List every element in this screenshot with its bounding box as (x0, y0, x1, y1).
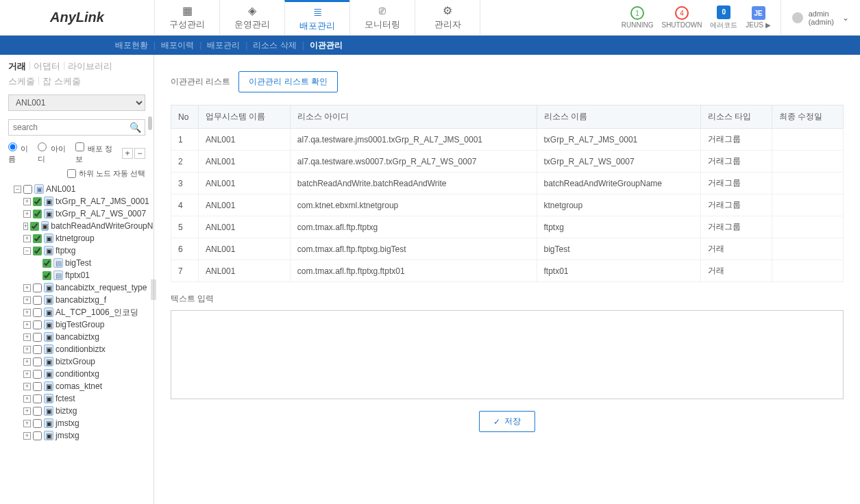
tree-checkbox[interactable] (30, 222, 39, 231)
tree-item[interactable]: txGrp_R_AL7_JMS_0001 (56, 197, 149, 206)
scrollbar[interactable] (148, 116, 152, 130)
status-shutdown[interactable]: 4SHUTDOWN (661, 6, 702, 29)
tree-toggle[interactable]: − (14, 186, 21, 193)
tree-toggle[interactable]: + (23, 395, 31, 403)
tab-monitoring[interactable]: ⎚모니터링 (349, 0, 415, 35)
tree-checkbox[interactable] (33, 333, 42, 342)
filter-id-radio[interactable]: 아이디 (38, 142, 72, 164)
table-row[interactable]: 5ANL001com.tmax.afl.ftp.ftptxgftptxg거래그룹 (171, 216, 844, 238)
tab-operation[interactable]: ◈운영관리 (219, 0, 284, 35)
tree-toggle[interactable]: + (23, 358, 31, 366)
tree-item[interactable]: fctest (56, 394, 75, 403)
tree-checkbox[interactable] (33, 370, 42, 379)
tree-checkbox[interactable] (33, 382, 42, 391)
tree-item[interactable]: bancabiztxg_f (56, 295, 106, 305)
tree-checkbox[interactable] (33, 431, 42, 440)
resize-handle[interactable] (151, 279, 156, 300)
table-row[interactable]: 1ANL001al7.qa.testware.jms0001.txGrp_R_A… (171, 129, 844, 151)
tree-item[interactable]: batchReadAndWriteGroupNa (51, 221, 153, 231)
subnav-deploy-history[interactable]: 배포이력 (161, 40, 194, 51)
tree-item[interactable]: biztxGroup (56, 357, 95, 366)
tree-checkbox[interactable] (33, 197, 42, 206)
tree-toggle[interactable]: + (23, 198, 31, 205)
tree-item[interactable]: ftptxg (56, 246, 75, 255)
tree-item[interactable]: comas_ktnet (56, 381, 102, 391)
save-button[interactable]: ✓저장 (479, 411, 535, 432)
tree-checkbox[interactable] (33, 296, 42, 305)
search-icon[interactable]: 🔍 (130, 122, 141, 133)
tree-toggle[interactable]: + (23, 297, 31, 304)
side-tab-schedule[interactable]: 스케줄 (8, 75, 35, 88)
tree-toggle[interactable]: + (23, 223, 28, 230)
tree-checkbox[interactable] (23, 185, 32, 194)
tree-toggle[interactable]: + (23, 284, 31, 292)
tree-checkbox[interactable] (42, 271, 51, 280)
tree-toggle[interactable]: + (23, 210, 31, 218)
tree-item[interactable]: bancabiztx_request_type (56, 283, 147, 292)
tree-checkbox[interactable] (33, 210, 42, 218)
subnav-deploy-manage[interactable]: 배포관리 (207, 40, 240, 51)
status-running[interactable]: 1RUNNING (622, 6, 654, 29)
tree-checkbox[interactable] (33, 407, 42, 416)
tree-toggle[interactable]: + (23, 420, 31, 427)
tree-item[interactable]: ktnetgroup (56, 234, 95, 243)
status-jeus[interactable]: JEJEUS ▶ (746, 6, 770, 29)
table-row[interactable]: 4ANL001com.ktnet.ebxml.ktnetgroupktnetgr… (171, 194, 844, 216)
tree-checkbox[interactable] (33, 345, 42, 354)
auto-select-cb[interactable] (67, 169, 76, 178)
tree-toggle[interactable]: − (23, 247, 31, 255)
tree-item[interactable]: txGrp_R_AL7_WS_0007 (56, 209, 146, 218)
confirm-list-button[interactable]: 이관관리 리스트 확인 (238, 71, 338, 92)
tree-toggle[interactable]: + (23, 432, 31, 440)
tree-checkbox[interactable] (33, 320, 42, 329)
side-tab-trade[interactable]: 거래 (8, 60, 26, 73)
table-row[interactable]: 6ANL001com.tmax.afl.ftp.ftptxg.bigTestbi… (171, 238, 844, 260)
tree-item[interactable]: conditionbiztx (56, 344, 106, 354)
tree-root[interactable]: ANL001 (46, 184, 75, 194)
side-tab-library[interactable]: 라이브러리 (68, 60, 112, 73)
tree-toggle[interactable]: + (23, 333, 31, 341)
subnav-migration[interactable]: 이관관리 (310, 40, 343, 51)
status-error[interactable]: 0에러코드 (710, 5, 737, 30)
table-row[interactable]: 2ANL001al7.qa.testware.ws0007.txGrp_R_AL… (171, 151, 844, 173)
tree-toggle[interactable]: + (23, 370, 31, 378)
tree-toggle[interactable]: + (23, 321, 31, 329)
tree-toggle[interactable]: + (23, 309, 31, 316)
expand-button[interactable]: + (122, 148, 133, 159)
tree-item[interactable]: bigTest (65, 258, 91, 268)
tree-item[interactable]: bigTestGroup (56, 320, 104, 329)
tree-toggle[interactable]: + (23, 346, 31, 353)
collapse-button[interactable]: − (134, 148, 145, 159)
tree-checkbox[interactable] (33, 357, 42, 366)
tree-checkbox[interactable] (42, 259, 51, 268)
tree-checkbox[interactable] (33, 419, 42, 428)
filter-deploy-cb[interactable]: 배포 정보 (75, 142, 119, 164)
user-menu[interactable]: admin(admin) ⌄ (781, 0, 860, 35)
tree-toggle[interactable]: + (23, 235, 31, 242)
tree-item[interactable]: conditiontxg (56, 369, 99, 379)
text-input[interactable] (171, 310, 844, 399)
tree-checkbox[interactable] (33, 234, 42, 243)
subnav-deploy-status[interactable]: 배포현황 (115, 40, 148, 51)
tree-checkbox[interactable] (33, 284, 42, 292)
tree-item[interactable]: bancabiztxg (56, 332, 99, 342)
tab-config[interactable]: ▦구성관리 (154, 0, 219, 35)
tree-item[interactable]: AL_TCP_1006_인코딩 (56, 307, 138, 318)
side-tab-adapter[interactable]: 어댑터 (34, 60, 60, 73)
tab-admin[interactable]: ⚙관리자 (415, 0, 480, 35)
tree-toggle[interactable]: + (23, 383, 31, 390)
subnav-resource-delete[interactable]: 리소스 삭제 (253, 40, 296, 51)
tree-item[interactable]: biztxg (56, 406, 77, 416)
tree-item[interactable]: jmstxg (56, 418, 79, 428)
side-tab-job-schedule[interactable]: 잡 스케줄 (42, 75, 81, 88)
tree-checkbox[interactable] (33, 308, 42, 317)
table-row[interactable]: 7ANL001com.tmax.afl.ftp.ftptxg.ftptx01ft… (171, 260, 844, 282)
search-input[interactable] (8, 119, 145, 136)
filter-name-radio[interactable]: 이름 (8, 142, 35, 164)
tree-checkbox[interactable] (33, 394, 42, 403)
system-select[interactable]: ANL001 (8, 94, 145, 111)
tree-toggle[interactable]: + (23, 407, 31, 415)
table-row[interactable]: 3ANL001batchReadAndWrite.batchReadAndWri… (171, 173, 844, 194)
tree-item[interactable]: jmstxg (56, 431, 79, 440)
tree-item[interactable]: ftptx01 (65, 270, 90, 280)
